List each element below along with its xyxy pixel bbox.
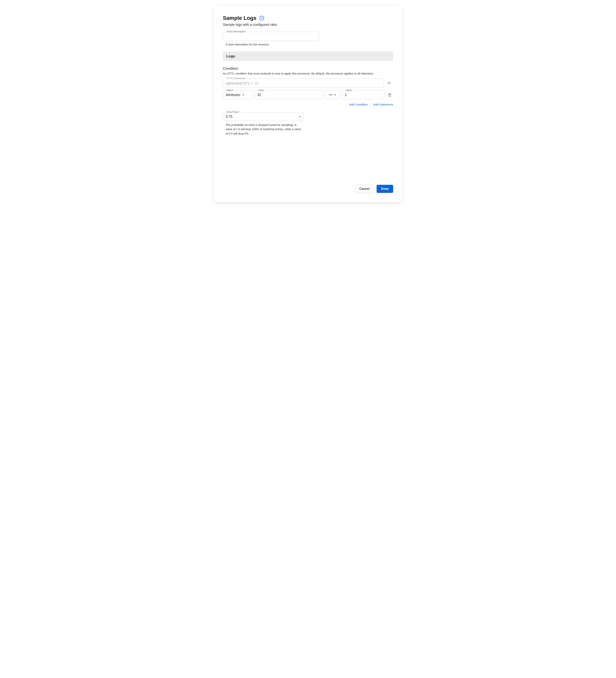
done-button[interactable]: Done (376, 185, 393, 193)
chevron-up-icon (387, 82, 391, 85)
logs-section-bar: Logs (223, 51, 393, 61)
field-label: Field (257, 89, 265, 91)
page-title: Sample Logs (223, 15, 256, 21)
ottl-expression-label: OTTL Expression (225, 77, 247, 80)
drop-ratio-select[interactable]: Drop Ratio * 0.75 (223, 112, 304, 121)
cancel-button[interactable]: Cancel (355, 185, 374, 193)
ottl-expression-field[interactable]: OTTL Expression (attributes["ID"] == 1) (223, 79, 384, 88)
footer-actions: Cancel Done (223, 177, 393, 193)
drop-ratio-helper: The probability an entry is dropped (use… (225, 123, 302, 136)
add-condition-link[interactable]: Add Condition (349, 103, 368, 106)
field-input-wrap: Field (255, 90, 323, 99)
drop-ratio-value: 0.75 (226, 115, 232, 119)
caret-down-icon (242, 95, 244, 96)
short-description-label: Short Description (225, 30, 247, 33)
value-label: Value (345, 89, 353, 91)
condition-description: An OTTL condition that must evaluate to … (223, 72, 393, 75)
match-label: Match (225, 89, 234, 91)
expression-row: OTTL Expression (attributes["ID"] == 1) (223, 79, 393, 88)
match-value: Attributes (226, 93, 241, 97)
field-input[interactable] (257, 93, 320, 97)
add-statement-link[interactable]: Add Statement (373, 103, 393, 106)
ottl-expression-value: (attributes["ID"] == 1) (226, 81, 258, 85)
delete-condition-button[interactable] (386, 90, 393, 99)
separator (370, 103, 371, 107)
header-row: Sample Logs ? (223, 15, 393, 21)
value-input-wrap: Value (342, 90, 384, 99)
short-description-group: Short Description A short description fo… (223, 32, 319, 46)
caret-down-icon (299, 116, 301, 117)
config-card: Sample Logs ? Sample logs with a configu… (214, 6, 402, 202)
condition-builder-row: Match Attributes Field == Value (223, 90, 393, 99)
operator-value: == (329, 93, 333, 97)
caret-down-icon (334, 94, 336, 96)
value-input[interactable] (345, 93, 382, 97)
condition-action-links: Add Condition Add Statement (223, 103, 393, 107)
short-description-input[interactable] (223, 32, 319, 41)
trash-icon (388, 93, 392, 97)
short-description-field: Short Description (223, 32, 319, 41)
operator-select[interactable]: == (325, 90, 340, 99)
drop-ratio-label: Drop Ratio * (225, 111, 241, 113)
short-description-helper: A short description for the resource (225, 43, 319, 46)
page-subtitle: Sample logs with a configured ratio. (223, 23, 393, 27)
drop-ratio-group: Drop Ratio * 0.75 The probability an ent… (223, 112, 304, 136)
condition-heading: Condition (223, 66, 393, 71)
match-select[interactable]: Match Attributes (223, 90, 253, 99)
help-icon[interactable]: ? (259, 16, 264, 21)
collapse-toggle[interactable] (386, 79, 393, 88)
